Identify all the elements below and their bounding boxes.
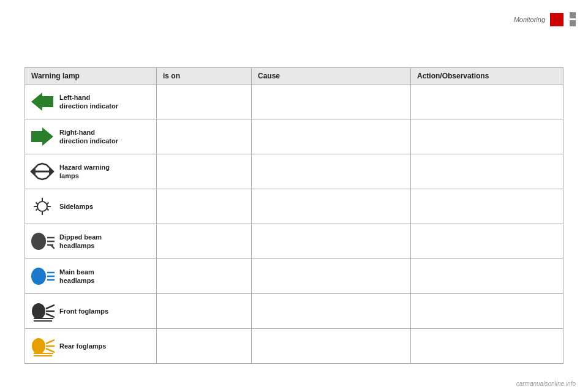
col-header-warning-lamp: Warning lamp bbox=[25, 68, 157, 85]
warning-lamp-cell-right-direction: Right-handdirection indicator bbox=[25, 119, 157, 154]
hazard-icon bbox=[30, 160, 55, 183]
svg-line-33 bbox=[46, 349, 55, 352]
warning-lamp-cell-left-direction: Left-handdirection indicator bbox=[25, 85, 157, 119]
action-cell-main-beam bbox=[411, 259, 564, 294]
dipped-icon bbox=[30, 230, 55, 253]
cause-cell-front-foglamps bbox=[252, 294, 411, 329]
arrow-left-icon bbox=[30, 90, 55, 113]
small-squares-decoration bbox=[570, 12, 576, 26]
is-on-cell-front-foglamps bbox=[157, 294, 252, 329]
lamp-name-main-beam: Main beamheadlamps bbox=[59, 268, 94, 285]
warning-lamp-cell-front-foglamps: Front foglamps bbox=[25, 294, 157, 329]
warning-lamp-cell-main-beam: Main beamheadlamps bbox=[25, 259, 157, 294]
svg-marker-1 bbox=[31, 127, 53, 146]
table-header-row: Warning lamp is on Cause Action/Observat… bbox=[25, 68, 564, 85]
svg-point-30 bbox=[32, 338, 45, 354]
lamp-name-right-direction: Right-handdirection indicator bbox=[59, 128, 118, 146]
svg-line-31 bbox=[46, 340, 55, 344]
arrow-left-svg bbox=[31, 92, 53, 111]
top-bar: Monitoring bbox=[514, 12, 576, 26]
main-beam-icon bbox=[30, 265, 55, 288]
warning-lamp-cell-sidelamps: Sidelamps bbox=[25, 189, 157, 224]
arrow-right-svg bbox=[31, 127, 53, 146]
red-square-icon bbox=[550, 13, 564, 26]
action-cell-left-direction bbox=[411, 85, 564, 119]
is-on-cell-left-direction bbox=[157, 85, 252, 119]
col-header-action: Action/Observations bbox=[411, 68, 564, 85]
lamp-name-rear-foglamps: Rear foglamps bbox=[59, 342, 106, 350]
sidelamp-svg bbox=[30, 197, 55, 216]
watermark: carmanualsonline.info bbox=[516, 380, 576, 387]
dipped-svg bbox=[30, 232, 55, 251]
table-row: Front foglamps bbox=[25, 294, 564, 329]
svg-line-12 bbox=[47, 208, 49, 211]
front-fog-icon bbox=[30, 300, 55, 323]
is-on-cell-dipped-beam bbox=[157, 224, 252, 259]
svg-line-25 bbox=[46, 305, 55, 309]
svg-point-20 bbox=[31, 268, 46, 285]
is-on-cell-sidelamps bbox=[157, 189, 252, 224]
col-header-is-on: is on bbox=[157, 68, 252, 85]
lamp-name-hazard-warning: Hazard warninglamps bbox=[59, 163, 110, 181]
table-row: Rear foglamps bbox=[25, 329, 564, 364]
cause-cell-dipped-beam bbox=[252, 224, 411, 259]
table-row: Right-handdirection indicator bbox=[25, 119, 564, 154]
action-cell-hazard-warning bbox=[411, 154, 564, 189]
main-beam-svg bbox=[30, 266, 55, 286]
rear-fog-svg bbox=[30, 335, 55, 357]
table-row: Dipped beamheadlamps bbox=[25, 224, 564, 259]
cause-cell-rear-foglamps bbox=[252, 329, 411, 364]
warning-lamps-table-container: Warning lamp is on Cause Action/Observat… bbox=[24, 67, 564, 355]
monitoring-label: Monitoring bbox=[514, 16, 545, 23]
sidelamp-icon bbox=[30, 195, 55, 218]
small-sq-2 bbox=[570, 20, 576, 26]
rear-fog-icon bbox=[30, 334, 55, 358]
table-row: Sidelamps bbox=[25, 189, 564, 224]
front-fog-svg bbox=[30, 300, 55, 322]
svg-line-14 bbox=[47, 203, 49, 205]
arrow-right-icon bbox=[30, 125, 55, 148]
action-cell-right-direction bbox=[411, 119, 564, 154]
is-on-cell-main-beam bbox=[157, 259, 252, 294]
hazard-svg bbox=[30, 162, 55, 181]
cause-cell-main-beam bbox=[252, 259, 411, 294]
table-row: Main beamheadlamps bbox=[25, 259, 564, 294]
svg-line-27 bbox=[46, 314, 55, 317]
table-row: Left-handdirection indicator bbox=[25, 85, 564, 119]
cause-cell-left-direction bbox=[252, 85, 411, 119]
lamp-name-sidelamps: Sidelamps bbox=[59, 202, 93, 211]
is-on-cell-rear-foglamps bbox=[157, 329, 252, 364]
cause-cell-hazard-warning bbox=[252, 154, 411, 189]
action-cell-dipped-beam bbox=[411, 224, 564, 259]
svg-line-11 bbox=[36, 203, 39, 205]
svg-point-15 bbox=[31, 233, 46, 250]
action-cell-sidelamps bbox=[411, 189, 564, 224]
svg-marker-0 bbox=[31, 92, 53, 111]
lamp-name-dipped-beam: Dipped beamheadlamps bbox=[59, 233, 102, 251]
lamp-name-front-foglamps: Front foglamps bbox=[59, 307, 108, 315]
warning-lamp-cell-dipped-beam: Dipped beamheadlamps bbox=[25, 224, 157, 259]
svg-point-24 bbox=[32, 303, 45, 319]
is-on-cell-right-direction bbox=[157, 119, 252, 154]
svg-point-6 bbox=[37, 202, 47, 211]
is-on-cell-hazard-warning bbox=[157, 154, 252, 189]
lamp-name-left-direction: Left-handdirection indicator bbox=[59, 93, 118, 111]
warning-lamps-table: Warning lamp is on Cause Action/Observat… bbox=[24, 67, 564, 364]
svg-line-13 bbox=[36, 208, 39, 211]
action-cell-rear-foglamps bbox=[411, 329, 564, 364]
action-cell-front-foglamps bbox=[411, 294, 564, 329]
warning-lamp-cell-hazard-warning: Hazard warninglamps bbox=[25, 154, 157, 189]
col-header-cause: Cause bbox=[252, 68, 411, 85]
table-row: Hazard warninglamps bbox=[25, 154, 564, 189]
small-sq-1 bbox=[570, 12, 576, 18]
cause-cell-right-direction bbox=[252, 119, 411, 154]
cause-cell-sidelamps bbox=[252, 189, 411, 224]
warning-lamp-cell-rear-foglamps: Rear foglamps bbox=[25, 329, 157, 364]
